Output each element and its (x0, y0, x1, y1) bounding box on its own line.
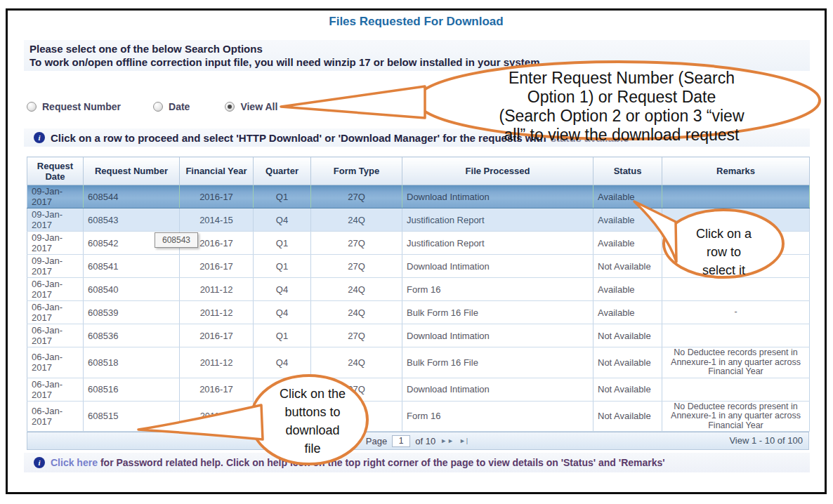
pager-next-icon[interactable]: ►► (440, 437, 454, 444)
pager-page-input[interactable] (392, 435, 410, 447)
cell-financial-year: 2011-12 (180, 278, 254, 301)
cell-status: Available (593, 301, 662, 324)
column-header-financial-year: Financial Year (180, 157, 254, 185)
radio-button-icon[interactable] (27, 102, 37, 112)
cell-request-date: 06-Jan-2017 (27, 278, 84, 301)
screenshot-canvas: Files Requested For Download Please sele… (0, 0, 833, 504)
cell-file-processed: Justification Report (402, 232, 593, 255)
cell-financial-year: 2016-17 (180, 185, 254, 208)
column-header-form-type: Form Type (311, 157, 402, 185)
pager-of-label: of 10 (415, 436, 435, 446)
table-row[interactable]: 06-Jan-20176085392011-12Q424QBulk Form 1… (27, 301, 810, 324)
cell-file-processed: Form 16 (402, 401, 593, 432)
cell-request-date: 09-Jan-2017 (27, 232, 84, 255)
cell-quarter: Q1 (254, 255, 311, 278)
cell-request-number: 608536 (84, 324, 180, 347)
cell-quarter: Q4 (254, 278, 311, 301)
cell-request-date: 06-Jan-2017 (27, 378, 84, 401)
cell-quarter: Q1 (254, 232, 311, 255)
cell-request-date: 06-Jan-2017 (27, 401, 84, 432)
cell-request-date: 09-Jan-2017 (27, 255, 84, 278)
search-options: Request NumberDateView All (27, 100, 310, 114)
radio-option-request-number[interactable]: Request Number (27, 101, 121, 112)
cell-status: Not Available (593, 401, 662, 432)
cell-status: Not Available (593, 347, 662, 378)
radio-label: Date (169, 101, 190, 112)
table-header-row: Request DateRequest NumberFinancial Year… (27, 157, 810, 185)
callout-search-text: Enter Request Number (SearchOption 1) or… (428, 69, 815, 145)
cell-file-processed: Bulk Form 16 File (402, 301, 593, 324)
column-header-remarks: Remarks (662, 157, 810, 185)
radio-button-icon[interactable] (153, 102, 163, 112)
cell-financial-year: 2014-15 (180, 208, 254, 232)
radio-label: View All (240, 101, 277, 112)
column-header-quarter: Quarter (254, 157, 311, 185)
cell-request-number: 608539 (84, 301, 180, 324)
cell-request-date: 06-Jan-2017 (27, 324, 84, 347)
cell-file-processed: Justification Report (402, 208, 593, 232)
cell-remarks (662, 378, 810, 401)
cell-file-processed: Bulk Form 16 File (402, 347, 593, 378)
cell-remarks: No Deductee records present in Annexure-… (662, 347, 810, 378)
cell-form-type: 24Q (311, 278, 402, 301)
cell-request-date: 06-Jan-2017 (27, 301, 84, 324)
cell-request-date: 09-Jan-2017 (27, 185, 84, 208)
cell-file-processed: Download Intimation (402, 185, 593, 208)
cell-quarter: Q1 (254, 324, 311, 347)
cell-file-processed: Download Intimation (402, 255, 593, 278)
cell-financial-year: 2016-17 (180, 324, 254, 347)
instructions-line-1: Please select one of the below Search Op… (29, 42, 810, 55)
cell-remarks: No Deductee records present in Annexure-… (662, 401, 810, 432)
cell-financial-year: 2011-12 (180, 301, 254, 324)
page-title: Files Requested For Download (8, 15, 825, 29)
cell-remarks (662, 324, 810, 347)
cell-form-type: 24Q (311, 301, 402, 324)
cell-request-number: 608540 (84, 278, 180, 301)
callout-download-text: Click on thebuttons todownloadfile (249, 385, 376, 458)
cell-request-number: 608541 (84, 255, 180, 278)
cell-remarks: - (662, 301, 810, 324)
cell-quarter: Q4 (254, 208, 311, 232)
column-header-request-number: Request Number (84, 157, 180, 185)
click-here-link[interactable]: Click here (51, 457, 98, 468)
cell-quarter: Q1 (254, 185, 311, 208)
cell-file-processed: Download Intimation (402, 378, 593, 401)
cell-file-processed: Download Intimation (402, 324, 593, 347)
cell-form-type: 24Q (311, 208, 402, 232)
cell-request-number: 608543 (84, 208, 180, 232)
cell-quarter: Q4 (254, 301, 311, 324)
cell-form-type: 27Q (311, 185, 402, 208)
radio-option-view-all[interactable]: View All (225, 101, 277, 112)
cell-form-type: 27Q (311, 232, 402, 255)
request-number-tooltip: 608543 (155, 232, 198, 248)
cell-form-type: 27Q (311, 324, 402, 347)
cell-financial-year: 2016-17 (180, 255, 254, 278)
cell-status: Not Available (593, 324, 662, 347)
column-header-file-processed: File Processed (402, 157, 593, 185)
callout-row-text: Click on arow toselect it (666, 225, 782, 279)
column-header-status: Status (593, 157, 662, 185)
cell-request-date: 09-Jan-2017 (27, 208, 84, 232)
table-row[interactable]: 06-Jan-20176085362016-17Q127QDownload In… (27, 324, 810, 347)
info-icon: i (34, 132, 45, 143)
cell-form-type: 27Q (311, 255, 402, 278)
pager-view-range: View 1 - 10 of 100 (729, 435, 803, 446)
pager-last-icon[interactable]: ►| (459, 437, 468, 444)
page-frame: Files Requested For Download Please sele… (6, 8, 827, 494)
radio-option-date[interactable]: Date (153, 101, 190, 112)
column-header-request-date: Request Date (27, 157, 84, 185)
radio-label: Request Number (42, 101, 121, 112)
cell-status: Not Available (593, 378, 662, 401)
info-icon: i (34, 457, 45, 468)
cell-request-date: 06-Jan-2017 (27, 347, 84, 378)
radio-button-icon[interactable] (225, 102, 235, 112)
cell-request-number: 608544 (84, 185, 180, 208)
cell-file-processed: Form 16 (402, 278, 593, 301)
